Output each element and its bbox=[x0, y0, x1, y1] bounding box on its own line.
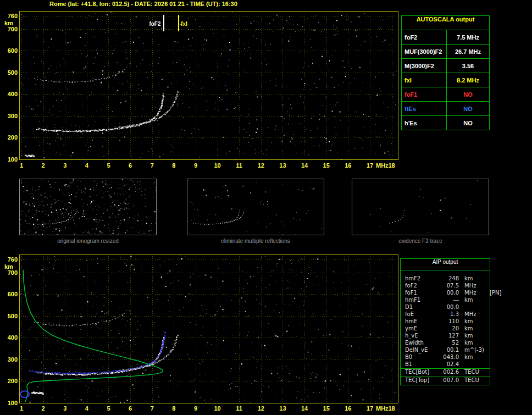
aip-row-tectop: TEC[Top]007.0TECU bbox=[401, 377, 490, 385]
aip-note bbox=[487, 318, 490, 325]
x-tick-label: 11 bbox=[236, 405, 242, 412]
autoscala-row-value: NO bbox=[447, 102, 489, 115]
y-tick-label: 600 bbox=[1, 291, 18, 297]
x-tick-label: 2 bbox=[42, 162, 45, 169]
x-tick-label: 6 bbox=[129, 162, 132, 169]
aip-unit: km bbox=[460, 340, 487, 347]
x-tick-label: 3 bbox=[63, 405, 66, 412]
aip-lab: B1 bbox=[405, 361, 439, 368]
aip-row-hmf2: hmF2248km bbox=[405, 275, 490, 283]
thumbnail-original-ionogram bbox=[19, 179, 157, 235]
aip-lab: hmE bbox=[405, 318, 439, 325]
autoscala-row-value: NO bbox=[447, 87, 489, 101]
aip-row-delnve: DelN_vE00.1m^(-3) bbox=[405, 347, 490, 354]
y-tick-label: 300 bbox=[1, 113, 18, 119]
aip-val: 07.5 bbox=[439, 283, 460, 290]
autoscala-row-label: foF1 bbox=[402, 87, 447, 101]
autoscala-table-rows: foF27.5 MHzMUF(3000)F226.7 MHzM(3000)F23… bbox=[402, 30, 489, 130]
autoscala-row-ftes: ftEsNO bbox=[402, 101, 489, 115]
aip-val: 007.0 bbox=[439, 377, 460, 385]
y-tick-label: 600 bbox=[1, 47, 18, 54]
x-tick-label: 15 bbox=[323, 405, 330, 412]
aip-note bbox=[487, 369, 490, 377]
aip-unit: km bbox=[460, 325, 487, 333]
thumbnail-evidence-canvas bbox=[352, 179, 489, 235]
y-axis-unit-label: km bbox=[4, 263, 13, 270]
aip-unit: km bbox=[460, 275, 487, 283]
autoscala-row-fof2: foF27.5 MHz bbox=[402, 30, 489, 44]
aip-row-hve: h_vE127km bbox=[405, 333, 490, 340]
aip-lab: D1 bbox=[405, 304, 439, 311]
x-tick-label: 7 bbox=[151, 162, 154, 169]
y-tick-label: 200 bbox=[1, 134, 18, 141]
x-tick-label: 12 bbox=[258, 162, 264, 169]
x-tick-label: 16 bbox=[345, 162, 351, 169]
aip-note bbox=[487, 325, 490, 333]
thumbnail-eliminate-reflections bbox=[187, 179, 324, 235]
aip-note bbox=[487, 377, 490, 385]
autoscala-row-label: fxI bbox=[402, 73, 447, 87]
x-tick-label: 10 bbox=[214, 162, 220, 169]
aip-lab: DelN_vE bbox=[405, 347, 439, 354]
aip-val: 20 bbox=[439, 325, 460, 333]
top-ionogram-canvas bbox=[20, 12, 398, 159]
x-tick-label: 17 bbox=[367, 162, 373, 169]
y-tick-label: 200 bbox=[1, 378, 18, 384]
aip-row-b1: B102.4 bbox=[405, 361, 490, 368]
thumbnail-evidence-f2 bbox=[352, 179, 489, 235]
x-tick-label: 1 bbox=[20, 405, 23, 412]
aip-unit: TECU bbox=[460, 369, 487, 377]
aip-tec-rows: TEC[Bot]002.6TECUTEC[Top]007.0TECU bbox=[401, 368, 490, 385]
aip-note bbox=[487, 354, 490, 361]
x-tick-label: 2 bbox=[42, 405, 45, 412]
autoscala-row-value: NO bbox=[447, 116, 489, 130]
aip-val: 110 bbox=[439, 318, 460, 325]
aip-unit: TECU bbox=[460, 377, 487, 385]
aip-row-yme: ymE20km bbox=[405, 325, 490, 333]
x-tick-label: 8 bbox=[172, 405, 175, 412]
aip-note bbox=[487, 333, 490, 340]
aip-lab: TEC[Bot] bbox=[405, 369, 439, 377]
aip-val: 043.0 bbox=[439, 354, 460, 361]
x-tick-label: 13 bbox=[279, 405, 286, 412]
thumbnail-eliminate-canvas bbox=[187, 179, 324, 235]
page-title: Rome (lat: +41.8, lon: 012.5) - DATE: 20… bbox=[49, 1, 237, 7]
x-tick-label: 4 bbox=[85, 405, 88, 412]
x-tick-label: 9 bbox=[194, 162, 197, 169]
autoscala-row-value: 7.5 MHz bbox=[447, 30, 489, 44]
aip-unit: MHz bbox=[460, 283, 487, 290]
aip-lab: hmF2 bbox=[405, 275, 439, 283]
autoscala-row-hes: h'EsNO bbox=[402, 115, 489, 130]
top-ionogram-plot bbox=[19, 11, 398, 160]
x-tick-label: 14 bbox=[301, 162, 308, 169]
aip-val: 02.4 bbox=[439, 361, 460, 368]
autoscala-output-table: AUTOSCALA output foF27.5 MHzMUF(3000)F22… bbox=[401, 15, 490, 130]
x-tick-label: 11 bbox=[236, 162, 242, 169]
aip-row-hme: hmE110km bbox=[405, 318, 490, 325]
y-tick-label: 700 bbox=[1, 269, 18, 276]
aip-row-hmf1: hmF1---km bbox=[405, 297, 490, 304]
x-tick-label: 13 bbox=[279, 162, 286, 169]
marker-label-fof2: foF2 bbox=[145, 21, 161, 27]
autoscala-row-m3000f2: M(3000)F23.56 bbox=[402, 58, 489, 73]
thumbnail-original-canvas bbox=[20, 179, 156, 235]
aip-lab: foE bbox=[405, 311, 439, 318]
autoscala-row-label: h'Es bbox=[402, 116, 447, 130]
x-axis-unit-label: MHz bbox=[376, 162, 389, 169]
thumbnail-caption-evidence: evidence F2 trace bbox=[352, 238, 489, 244]
bottom-ionogram-canvas bbox=[20, 255, 398, 403]
y-tick-label: 400 bbox=[1, 91, 18, 97]
x-tick-label: 5 bbox=[107, 162, 110, 169]
aip-unit: m^(-3) bbox=[460, 347, 487, 354]
autoscala-row-muf3000f2: MUF(3000)F226.7 MHz bbox=[402, 44, 489, 58]
aip-val: 52 bbox=[439, 340, 460, 347]
aip-val: 00.1 bbox=[439, 347, 460, 354]
autoscala-window: Rome (lat: +41.8, lon: 012.5) - DATE: 20… bbox=[0, 0, 532, 415]
x-tick-label: 3 bbox=[63, 162, 66, 169]
aip-val: 00.0 bbox=[439, 304, 460, 311]
y-tick-label: 500 bbox=[1, 69, 18, 76]
aip-row-b0: B0043.0km bbox=[405, 354, 490, 361]
autoscala-row-fxi: fxI8.2 MHz bbox=[402, 73, 489, 87]
y-tick-label: 100 bbox=[1, 156, 18, 163]
aip-lab: h_vE bbox=[405, 333, 439, 340]
